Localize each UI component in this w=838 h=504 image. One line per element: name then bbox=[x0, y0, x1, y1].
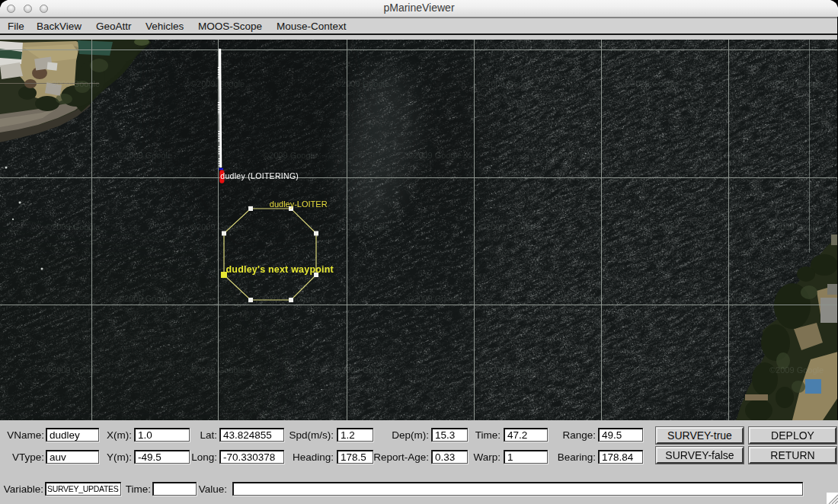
svg-text:©2009 Google: ©2009 Google bbox=[625, 79, 679, 88]
svg-text:©2009 Google: ©2009 Google bbox=[335, 79, 389, 88]
svg-text:©2009 Google: ©2009 Google bbox=[190, 365, 245, 375]
svg-text:©2009 Google: ©2009 Google bbox=[769, 79, 824, 88]
svg-text:dudley's next waypoint: dudley's next waypoint bbox=[226, 264, 334, 275]
svg-text:©2009 Google: ©2009 Google bbox=[408, 294, 462, 303]
svg-text:©2009 Google: ©2009 Google bbox=[335, 365, 389, 375]
svg-text:©2009 Google: ©2009 Google bbox=[46, 365, 100, 375]
svg-text:©2009 Google: ©2009 Google bbox=[480, 365, 534, 375]
svg-text:©2009 Google: ©2009 Google bbox=[480, 222, 534, 231]
svg-text:©2009 Google: ©2009 Google bbox=[335, 222, 389, 231]
svg-text:©2009 Google: ©2009 Google bbox=[190, 79, 245, 88]
svg-text:©2009 Google: ©2009 Google bbox=[552, 151, 606, 160]
svg-text:©2009 Google: ©2009 Google bbox=[769, 365, 824, 375]
svg-text:©2009 Google: ©2009 Google bbox=[625, 365, 679, 375]
svg-text:©2009 Google: ©2009 Google bbox=[263, 151, 317, 160]
svg-text:©2009 Google: ©2009 Google bbox=[190, 222, 245, 231]
svg-text:dudley-LOITER: dudley-LOITER bbox=[270, 199, 328, 209]
svg-text:©2009 Google: ©2009 Google bbox=[625, 222, 679, 231]
svg-text:©2009 Google: ©2009 Google bbox=[697, 294, 751, 303]
svg-text:©2009 Google: ©2009 Google bbox=[118, 151, 172, 160]
svg-text:©2009 Google: ©2009 Google bbox=[552, 294, 606, 303]
svg-text:©2009 Google: ©2009 Google bbox=[46, 222, 100, 231]
svg-text:©2009 Google: ©2009 Google bbox=[46, 79, 100, 88]
svg-text:©2009 Google: ©2009 Google bbox=[118, 294, 172, 303]
svg-text:dudley (LOITERING): dudley (LOITERING) bbox=[220, 171, 299, 180]
svg-text:©2009 Google: ©2009 Google bbox=[408, 151, 462, 160]
svg-text:©2009 Google: ©2009 Google bbox=[697, 151, 751, 160]
svg-text:©2009 Google: ©2009 Google bbox=[480, 79, 534, 88]
svg-text:©2009 Google: ©2009 Google bbox=[769, 222, 824, 231]
